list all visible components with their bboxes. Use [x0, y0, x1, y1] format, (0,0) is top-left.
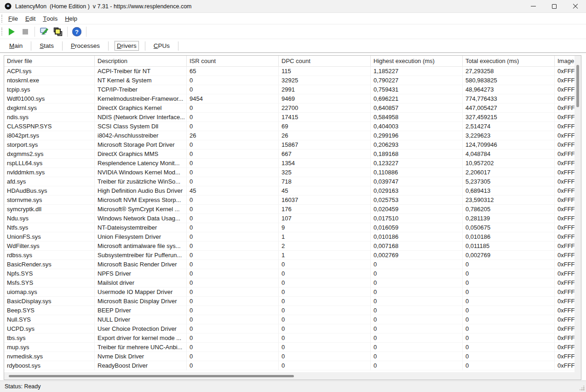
minimize-button[interactable]: [523, 0, 544, 12]
cell-total-execution: 3,229623: [463, 131, 555, 140]
table-row[interactable]: BasicRender.sys Microsoft Basic Render D…: [4, 260, 575, 269]
column-header-isr-count[interactable]: ISR count: [187, 56, 279, 66]
table-row[interactable]: Wdf01000.sys Kernelmodustreiber-Framewor…: [4, 94, 575, 104]
horizontal-scrollbar-thumb[interactable]: [9, 375, 294, 377]
table-row[interactable]: tbs.sys Export driver for kernel mode ..…: [4, 334, 575, 343]
table-row[interactable]: i8042prt.sys i8042-Anschlusstreiber 26 2…: [4, 131, 575, 140]
toolbar: ?: [0, 24, 586, 39]
cell-image: 0xFFF: [555, 196, 575, 205]
table-row[interactable]: ACPI.sys ACPI-Treiber für NT 65 115 1,18…: [4, 67, 575, 76]
table-row[interactable]: afd.sys Treiber für zusätzliche WinSo...…: [4, 177, 575, 186]
table-row[interactable]: ndis.sys NDIS (Network Driver Interface.…: [4, 113, 575, 122]
table-row[interactable]: Beep.SYS BEEP Driver 0 0 0 0 0xFFF: [4, 306, 575, 315]
tab-drivers[interactable]: Drivers: [109, 39, 145, 52]
cell-highest-execution: 0,025753: [371, 196, 463, 205]
maximize-icon: [552, 4, 557, 9]
cell-image: 0xFFF: [555, 113, 575, 122]
cell-highest-execution: 0,039747: [371, 177, 463, 186]
table-row[interactable]: Ntfs.sys NT-Dateisystemtreiber 0 9 0,016…: [4, 223, 575, 232]
column-header-driver-file[interactable]: Driver file: [4, 56, 95, 66]
resize-grip-icon[interactable]: [579, 385, 585, 391]
table-body: ACPI.sys ACPI-Treiber für NT 65 115 1,18…: [4, 67, 575, 372]
table-row[interactable]: storport.sys Microsoft Storage Port Driv…: [4, 140, 575, 150]
cell-highest-execution: 0: [371, 297, 463, 306]
cell-dpc-count: 2: [279, 242, 371, 251]
cell-highest-execution: 0,016059: [371, 223, 463, 232]
column-header-dpc-count[interactable]: DPC count: [279, 56, 371, 66]
table-row[interactable]: ntoskrnl.exe NT Kernel & System 0 32925 …: [4, 76, 575, 85]
tab-processes[interactable]: Processes: [63, 39, 108, 52]
cell-highest-execution: 0: [371, 278, 463, 288]
table-row[interactable]: tcpip.sys TCP/IP-Treiber 0 2991 0,759431…: [4, 85, 575, 94]
cell-isr-count: 0: [187, 352, 279, 361]
cell-total-execution: 0: [463, 306, 555, 315]
cell-description: NDIS (Network Driver Interface...: [95, 113, 187, 122]
cell-description: Usermode IO Mapper Driver: [95, 288, 187, 297]
menu-tools[interactable]: Tools: [39, 13, 61, 24]
cell-isr-count: 0: [187, 334, 279, 343]
menubar-gripper[interactable]: [1, 15, 3, 23]
table-row[interactable]: stornvme.sys Microsoft NVM Express Storp…: [4, 196, 575, 205]
table-row[interactable]: nvlddmkm.sys NVIDIA Windows Kernel Mod..…: [4, 168, 575, 177]
cell-total-execution: 0: [463, 297, 555, 306]
table-row[interactable]: CLASSPNP.SYS SCSI Class System Dll 0 69 …: [4, 122, 575, 131]
table-row[interactable]: mup.sys Treiber für mehrere UNC-Anbi... …: [4, 343, 575, 352]
start-monitor-button[interactable]: [5, 26, 18, 38]
menu-help[interactable]: Help: [61, 13, 81, 24]
vertical-scrollbar[interactable]: [575, 56, 581, 372]
cell-image: 0xFFF: [555, 76, 575, 85]
drivers-table: Driver file Description ISR count DPC co…: [4, 55, 581, 380]
table-row[interactable]: WdFilter.sys Microsoft antimalware file …: [4, 242, 575, 251]
table-row[interactable]: Npfs.SYS NPFS Driver 0 0 0 0 0xFFF: [4, 269, 575, 278]
toolbar-gripper[interactable]: [1, 28, 3, 35]
cell-image: 0xFFF: [555, 297, 575, 306]
vertical-scrollbar-thumb[interactable]: [576, 65, 579, 107]
table-row[interactable]: Ndu.sys Windows Network Data Usag... 0 1…: [4, 214, 575, 223]
table-row[interactable]: Null.SYS NULL Driver 0 0 0 0 0xFFF: [4, 315, 575, 324]
report-button[interactable]: [51, 26, 65, 38]
options-button[interactable]: [37, 26, 51, 38]
tab-cpus[interactable]: CPUs: [145, 39, 178, 52]
table-row[interactable]: BasicDisplay.sys Microsoft Basic Display…: [4, 297, 575, 306]
column-header-total-execution[interactable]: Total execution (ms): [463, 56, 555, 66]
table-row[interactable]: dxgmms2.sys DirectX Graphics MMS 0 667 0…: [4, 150, 575, 159]
maximize-button[interactable]: [544, 0, 565, 12]
table-row[interactable]: symcryptk.dll Microsoft® SymCrypt Kernel…: [4, 205, 575, 214]
cell-driver-file: ACPI.sys: [4, 67, 95, 76]
table-row[interactable]: dxgkrnl.sys DirectX Graphics Kernel 0 22…: [4, 104, 575, 113]
scrollbar-corner: [575, 372, 581, 380]
cell-driver-file: tcpip.sys: [4, 85, 95, 94]
cell-total-execution: 580,983825: [463, 76, 555, 85]
cell-dpc-count: 0: [279, 297, 371, 306]
table-row[interactable]: Msfs.SYS Mailslot driver 0 0 0 0 0xFFF: [4, 278, 575, 288]
cell-dpc-count: 325: [279, 168, 371, 177]
menu-file[interactable]: File: [5, 13, 22, 24]
tab-stats[interactable]: Stats: [31, 39, 62, 52]
cell-total-execution: 0,002769: [463, 251, 555, 260]
cell-total-execution: 124,709946: [463, 140, 555, 150]
table-row[interactable]: UCPD.sys User Choice Protection Driver 0…: [4, 324, 575, 334]
table-row[interactable]: rspLLL64.sys Resplendence Latency Monit.…: [4, 159, 575, 168]
table-row[interactable]: nvmedisk.sys Nvme Disk Driver 0 0 0 0 0x…: [4, 352, 575, 361]
table-row[interactable]: rdbss.sys Subsystemtreiber für Pufferun.…: [4, 251, 575, 260]
close-button[interactable]: [565, 0, 586, 12]
help-button[interactable]: ?: [70, 26, 84, 38]
cell-isr-count: 0: [187, 113, 279, 122]
cell-total-execution: 0: [463, 269, 555, 278]
stop-monitor-button[interactable]: [18, 26, 32, 38]
horizontal-scrollbar[interactable]: [4, 372, 575, 380]
cell-image: 0xFFF: [555, 85, 575, 94]
table-row[interactable]: uiomap.sys Usermode IO Mapper Driver 0 0…: [4, 288, 575, 297]
cell-description: NT-Dateisystemtreiber: [95, 223, 187, 232]
cell-highest-execution: 0: [371, 334, 463, 343]
table-row[interactable]: UnionFS.sys Union Filesystem Driver 0 1 …: [4, 232, 575, 242]
cell-total-execution: 48,964273: [463, 85, 555, 94]
cell-highest-execution: 0,759431: [371, 85, 463, 94]
tab-main[interactable]: Main: [1, 39, 31, 52]
cell-description: NT Kernel & System: [95, 76, 187, 85]
menu-edit[interactable]: Edit: [22, 13, 39, 24]
column-header-description[interactable]: Description: [95, 56, 187, 66]
table-row[interactable]: HDAudBus.sys High Definition Audio Bus D…: [4, 186, 575, 196]
column-header-highest-execution[interactable]: Highest execution (ms): [371, 56, 463, 66]
table-row[interactable]: rdyboost.sys ReadyBoost Driver 0 0 0 0 0…: [4, 361, 575, 370]
